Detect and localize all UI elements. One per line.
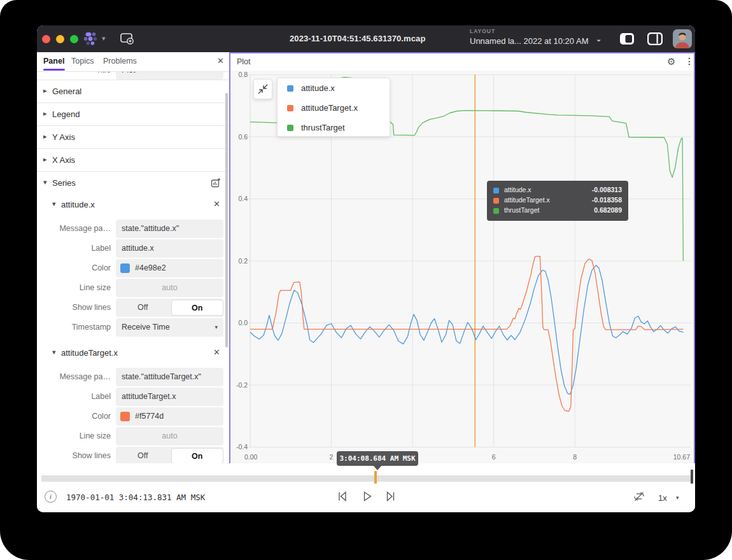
remove-series-icon[interactable]: ✕ <box>213 347 220 357</box>
tab-topics[interactable]: Topics <box>71 57 94 66</box>
legend-label: attitude.x <box>301 83 335 93</box>
field-input[interactable]: attitude.x <box>116 239 223 258</box>
legend-collapse-button[interactable] <box>253 79 272 99</box>
toggle-option-off[interactable]: Off <box>116 298 170 317</box>
series-entry-header[interactable]: ▾ attitudeTarget.x ✕ <box>37 342 229 364</box>
title-field-label: Title <box>96 72 111 80</box>
plot-hover-tooltip: attitude.x -0.008313 attitudeTarget.x -0… <box>487 181 628 221</box>
section-x-axis[interactable]: ▸ X Axis <box>37 148 229 171</box>
seek-backward-button[interactable] <box>336 490 349 505</box>
settings-sidebar: Panel Topics Problems ✕ Title Plot ▸ Gen… <box>37 52 229 463</box>
section-series[interactable]: ▾ Series <box>37 171 229 194</box>
show-lines-toggle[interactable]: OffOn <box>116 447 223 463</box>
section-legend[interactable]: ▸ Legend <box>37 102 229 125</box>
toggle-option-on[interactable]: On <box>171 448 224 463</box>
tooltip-swatch <box>493 188 499 193</box>
playback-speed[interactable]: 1x <box>658 493 667 503</box>
field-row-show-lines: Show linesOffOn <box>37 298 229 317</box>
field-label: Show lines <box>73 298 111 317</box>
sidebar-scrollbar[interactable] <box>225 93 228 347</box>
series-fields-attitude.x: Message pa…state."attitude.x"Labelattitu… <box>37 220 229 337</box>
color-hex-value: #4e98e2 <box>135 259 166 277</box>
left-sidebar-toggle-icon[interactable] <box>619 32 635 48</box>
field-input[interactable]: #f5774d <box>116 407 223 426</box>
sidebar-scroll-area[interactable]: Title Plot ▸ General ▸ Legend ▸ Y Axis ▸… <box>37 72 229 463</box>
title-field-input[interactable]: Plot <box>116 72 223 80</box>
chevron-right-icon: ▸ <box>43 132 47 141</box>
tooltip-series-value: 0.682089 <box>594 206 622 214</box>
plot-panel[interactable]: Plot ⚙ ⋮ 0.80.60.40.20.0-0.2-0.40.002468… <box>229 52 695 463</box>
playhead-marker[interactable] <box>374 471 377 484</box>
toggle-option-on[interactable]: On <box>171 300 224 316</box>
info-icon[interactable]: i <box>45 491 57 503</box>
field-input[interactable]: #4e98e2 <box>116 259 223 277</box>
plot-legend[interactable]: attitude.x attitudeTarget.x thrustTarget <box>277 78 390 137</box>
layout-chevron-down-icon[interactable]: ⌄ <box>596 35 602 43</box>
chevron-right-icon: ▸ <box>43 155 47 164</box>
section-label: Legend <box>52 109 80 119</box>
tab-problems[interactable]: Problems <box>103 57 137 66</box>
field-label: Timestamp <box>72 318 111 337</box>
legend-swatch <box>287 125 293 131</box>
field-label: Label <box>91 388 111 406</box>
seek-forward-button[interactable] <box>384 490 397 505</box>
legend-item[interactable]: attitude.x <box>278 78 390 98</box>
section-general[interactable]: ▸ General <box>37 80 229 102</box>
panel-menu-kebab-icon[interactable]: ⋮ <box>685 56 694 66</box>
tooltip-series-label: attitudeTarget.x <box>504 196 550 204</box>
field-row-label: LabelattitudeTarget.x <box>37 388 229 406</box>
speed-chevron-down-icon[interactable]: ▾ <box>676 494 679 501</box>
color-swatch[interactable] <box>120 263 130 273</box>
field-input[interactable]: state."attitudeTarget.x" <box>116 368 223 386</box>
y-axis-tick-label: 0.6 <box>238 133 248 141</box>
field-row-color: Color#4e98e2 <box>37 259 229 277</box>
tab-panel[interactable]: Panel <box>43 57 64 66</box>
y-axis-tick-label: 0.8 <box>238 71 248 78</box>
data-source-filename[interactable]: 2023-11-10T04:51:45.631370.mcap <box>290 34 425 43</box>
current-timestamp[interactable]: 1970-01-01 3:04:13.831 AM MSK <box>66 493 205 502</box>
right-sidebar-toggle-icon[interactable] <box>647 32 663 48</box>
field-input[interactable]: auto <box>116 427 223 445</box>
zoom-window-button[interactable] <box>70 35 78 43</box>
loop-playback-off-icon[interactable] <box>633 490 645 505</box>
tooltip-series-label: attitude.x <box>504 186 531 193</box>
timeline-scrubber-track[interactable] <box>41 475 691 482</box>
section-y-axis[interactable]: ▸ Y Axis <box>37 125 229 148</box>
legend-label: attitudeTarget.x <box>301 103 358 113</box>
series-entry-header[interactable]: ▾ attitude.x ✕ <box>37 194 229 216</box>
play-button[interactable] <box>361 490 374 505</box>
add-panel-icon[interactable] <box>120 32 135 48</box>
tooltip-swatch <box>493 198 499 204</box>
color-hex-value: #f5774d <box>135 407 164 426</box>
field-input[interactable]: state."attitude.x" <box>116 220 223 238</box>
field-row-message-pa-: Message pa…state."attitudeTarget.x" <box>37 368 229 386</box>
foxglove-logo-icon[interactable] <box>83 31 99 49</box>
field-input[interactable]: auto <box>116 279 223 297</box>
color-swatch[interactable] <box>120 412 130 421</box>
close-sidebar-icon[interactable]: ✕ <box>217 56 224 66</box>
legend-item[interactable]: thrustTarget <box>278 118 390 137</box>
field-label: Label <box>91 239 111 258</box>
chevron-down-icon[interactable]: ▾ <box>102 34 106 43</box>
panel-settings-gear-icon[interactable]: ⚙ <box>667 56 675 67</box>
playback-bar: i 1970-01-01 3:04:13.831 AM MSK <box>37 463 695 512</box>
title-field-row-clipped: Title Plot <box>37 72 229 80</box>
field-input[interactable]: attitudeTarget.x <box>116 388 223 406</box>
close-window-button[interactable] <box>42 35 50 43</box>
series-fields-attitudeTarget.x: Message pa…state."attitudeTarget.x"Label… <box>37 368 229 463</box>
show-lines-toggle[interactable]: OffOn <box>116 298 223 317</box>
chevron-down-icon: ▾ <box>43 178 47 186</box>
minimize-window-button[interactable] <box>56 35 64 43</box>
user-avatar[interactable] <box>673 29 692 48</box>
plot-panel-header[interactable]: Plot ⚙ ⋮ <box>230 53 694 71</box>
toggle-option-off[interactable]: Off <box>116 447 170 463</box>
layout-selector[interactable]: LAYOUT Unnamed la... 2022 at 10:20 AM <box>470 29 588 45</box>
tooltip-row: attitudeTarget.x -0.018358 <box>493 195 622 206</box>
legend-item[interactable]: attitudeTarget.x <box>278 98 390 118</box>
x-axis-tick-label: 8 <box>573 453 577 461</box>
field-row-label: Labelattitude.x <box>37 239 229 258</box>
add-series-icon[interactable] <box>211 178 221 190</box>
remove-series-icon[interactable]: ✕ <box>213 199 220 209</box>
timestamp-select[interactable]: Receive Time▾ <box>116 318 223 337</box>
tooltip-series-value: -0.008313 <box>592 186 622 193</box>
